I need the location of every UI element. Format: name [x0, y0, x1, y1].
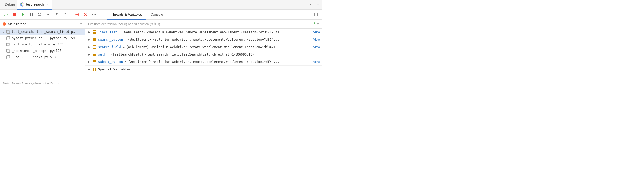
stop-btn[interactable]: [11, 11, 18, 18]
svg-rect-30: [7, 37, 9, 39]
main-content: MainThread ▾ ▶ test_search, test_search_…: [0, 20, 322, 86]
restore-panel-btn[interactable]: [312, 11, 320, 18]
panel-tabs: Threads & Variables Console: [107, 10, 167, 20]
var-view-link-2[interactable]: View: [313, 38, 320, 42]
svg-marker-7: [22, 13, 24, 16]
thread-item[interactable]: ▶ _hookexec, _manager.py:120: [0, 48, 85, 54]
window-minimize-btn[interactable]: −: [316, 2, 320, 8]
svg-point-4: [23, 4, 24, 6]
thread-item-label-4: _hookexec, _manager.py:120: [12, 49, 61, 53]
disable-btn[interactable]: [82, 11, 89, 18]
thread-item-label-3: _multicall, _callers.py:103: [12, 43, 63, 46]
var-equals-2: =: [125, 38, 126, 42]
var-name-1: links_list: [98, 30, 117, 34]
test-search-icon: [20, 2, 24, 7]
eval-actions: ▾: [311, 22, 319, 26]
variable-list: ▶ links_list = {WebElement} <selenium.we…: [85, 29, 322, 86]
thread-dropdown-btn[interactable]: ▾: [80, 22, 82, 26]
var-expand-arrow-special[interactable]: ▶: [88, 68, 91, 71]
svg-rect-29: [7, 31, 9, 33]
thread-item[interactable]: ▶ _multicall, _callers.py:103: [0, 41, 85, 48]
var-view-link-3[interactable]: View: [313, 45, 320, 49]
var-expand-arrow-5[interactable]: ▶: [88, 60, 91, 63]
eval-chevron[interactable]: ▾: [317, 22, 319, 26]
var-expand-arrow-3[interactable]: ▶: [88, 45, 91, 48]
var-name-3: search_field: [98, 45, 121, 49]
run-to-cursor-btn[interactable]: [61, 11, 69, 18]
step-out-btn[interactable]: [53, 11, 60, 18]
thread-name: MainThread: [8, 22, 78, 26]
toolbar: Threads & Variables Console: [0, 10, 322, 20]
var-view-link-5[interactable]: View: [313, 60, 320, 64]
svg-rect-31: [7, 43, 9, 45]
var-expand-arrow-4[interactable]: ▶: [88, 53, 91, 56]
special-variables-row[interactable]: ▶ Special Variables: [85, 66, 322, 73]
tab-console[interactable]: Console: [146, 10, 167, 20]
tab-close-btn[interactable]: ×: [47, 2, 49, 7]
frame-hint: Switch frames from anywhere in the ID...…: [0, 80, 85, 86]
resume-btn[interactable]: [19, 11, 27, 18]
toolbar-sep-1: [71, 12, 71, 17]
variable-row[interactable]: ▶ submit_button = {WebElement} <selenium…: [85, 58, 322, 66]
var-type-icon-5: [92, 60, 96, 64]
var-value-5: {WebElement} <selenium.webdriver.remote.…: [128, 60, 279, 64]
toolbar-right: [169, 11, 320, 18]
svg-marker-13: [47, 14, 49, 16]
window-menu-btn[interactable]: ⋮: [307, 1, 314, 8]
svg-marker-19: [64, 13, 66, 14]
thread-list: ▶ test_search, test_search_field.py:3 ▶ …: [0, 29, 85, 80]
svg-point-3: [21, 4, 22, 6]
svg-marker-16: [56, 13, 58, 14]
eval-placeholder: Evaluate expression (⌥F8) or add a watch…: [88, 22, 309, 26]
var-name-2: search_button: [98, 38, 123, 42]
var-name-4: self: [98, 53, 106, 56]
svg-rect-6: [21, 13, 21, 16]
svg-point-26: [95, 14, 96, 15]
var-equals-1: =: [119, 30, 121, 34]
thread-item-label-1: test_search, test_search_field.py:3: [12, 30, 75, 34]
thread-frame-icon-3: [6, 43, 10, 46]
step-into-btn[interactable]: [45, 11, 52, 18]
thread-status-dot: [3, 22, 6, 26]
svg-rect-8: [30, 13, 31, 16]
svg-point-1: [21, 3, 22, 4]
variable-row[interactable]: ▶ search_button = {WebElement} <selenium…: [85, 36, 322, 43]
thread-frame-icon-2: [6, 36, 10, 40]
var-expand-arrow-1[interactable]: ▶: [88, 31, 91, 34]
svg-rect-9: [32, 13, 33, 16]
thread-item[interactable]: ▶ __call__, _hooks.py:513: [0, 54, 85, 60]
variable-row[interactable]: ▶ search_field = {WebElement} <selenium.…: [85, 43, 322, 51]
var-type-icon-4: [92, 52, 96, 57]
more-btn[interactable]: [90, 11, 98, 18]
thread-frame-icon-4: [6, 49, 10, 53]
var-equals-5: =: [125, 60, 126, 64]
step-over-btn[interactable]: [36, 11, 43, 18]
variable-row[interactable]: ▶ links_list = {WebElement} <selenium.we…: [85, 29, 322, 36]
tab-test-search[interactable]: test_search ×: [17, 0, 52, 10]
pause-btn[interactable]: [28, 11, 35, 18]
var-type-icon-3: [92, 45, 96, 49]
var-name-5: submit_button: [98, 60, 123, 64]
svg-point-24: [92, 14, 93, 15]
tab-threads-variables[interactable]: Threads & Variables: [107, 10, 146, 20]
tab-test-search-label: test_search: [26, 2, 44, 6]
tab-debug[interactable]: Debug: [2, 0, 17, 10]
thread-item-label-5: __call__, _hooks.py:513: [12, 55, 56, 59]
thread-item[interactable]: ▶ test_search, test_search_field.py:3: [0, 29, 85, 35]
tab-bar: Debug test_search × ⋮ −: [0, 0, 322, 10]
thread-item[interactable]: ▶ pytest_pyfunc_call, python.py:159: [0, 35, 85, 41]
thread-header: MainThread ▾: [0, 20, 85, 29]
threads-panel: MainThread ▾ ▶ test_search, test_search_…: [0, 20, 85, 86]
var-type-icon-2: [92, 38, 96, 42]
frame-hint-close-btn[interactable]: ×: [57, 82, 59, 85]
eval-bar: Evaluate expression (⌥F8) or add a watch…: [85, 20, 322, 29]
mute-breakpoints-btn[interactable]: [73, 11, 81, 18]
add-watch-btn[interactable]: [311, 22, 316, 26]
thread-arrow-1: ▶: [3, 30, 4, 33]
var-expand-arrow-2[interactable]: ▶: [88, 38, 91, 41]
var-view-link-1[interactable]: View: [313, 30, 320, 34]
variable-row[interactable]: ▶ self = {TestSearchField} <test_search_…: [85, 51, 322, 58]
svg-point-21: [76, 14, 78, 15]
refresh-btn[interactable]: [2, 11, 10, 18]
var-equals-3: =: [123, 45, 125, 49]
